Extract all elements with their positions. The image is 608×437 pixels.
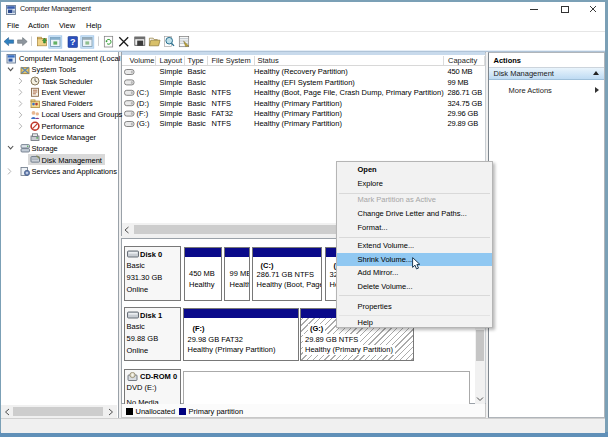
svg-text:?: ? xyxy=(70,37,76,47)
